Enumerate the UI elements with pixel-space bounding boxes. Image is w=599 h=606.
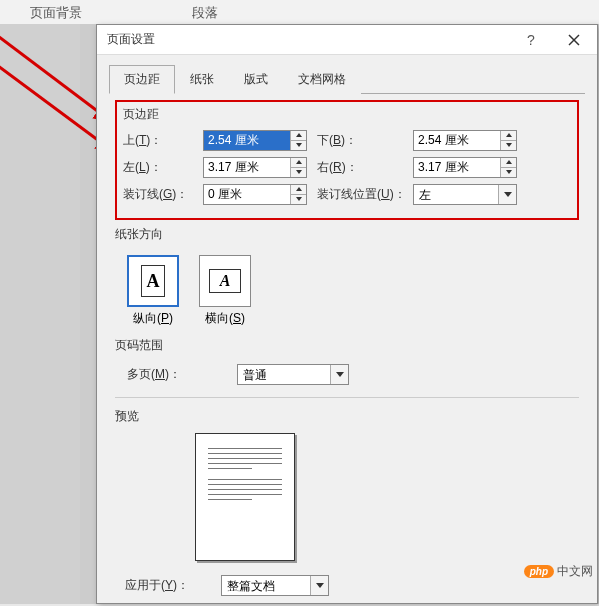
multi-pages-label: 多页(M)：	[127, 366, 237, 383]
page-setup-dialog: 页面设置 ? 页边距 纸张 版式 文档网格 页边距 上(T)： 下(B)：	[96, 24, 598, 604]
bottom-label: 下(B)：	[307, 132, 413, 149]
right-label: 右(R)：	[307, 159, 413, 176]
spin-up-icon[interactable]	[501, 158, 516, 168]
spin-up-icon[interactable]	[291, 185, 306, 195]
tab-margins[interactable]: 页边距	[109, 65, 175, 94]
ruler-area	[0, 24, 80, 604]
spin-down-icon[interactable]	[291, 141, 306, 150]
gutter-label: 装订线(G)：	[123, 186, 203, 203]
spin-up-icon[interactable]	[501, 131, 516, 141]
landscape-label: 横向(S)	[199, 310, 251, 327]
spin-up-icon[interactable]	[291, 131, 306, 141]
gutter-input[interactable]	[204, 185, 290, 204]
pages-range-label: 页码范围	[115, 337, 579, 354]
dialog-title: 页面设置	[107, 31, 511, 48]
titlebar: 页面设置 ?	[97, 25, 597, 55]
apply-to-label: 应用于(Y)：	[125, 577, 221, 594]
ribbon-page-background[interactable]: 页面背景	[0, 0, 142, 24]
portrait-label: 纵向(P)	[127, 310, 179, 327]
help-button[interactable]: ?	[511, 32, 551, 48]
right-spinner[interactable]	[413, 157, 517, 178]
tab-paper[interactable]: 纸张	[175, 65, 229, 94]
orientation-label: 纸张方向	[115, 226, 579, 243]
multi-pages-combo[interactable]: 普通	[237, 364, 349, 385]
spin-down-icon[interactable]	[501, 168, 516, 177]
spin-up-icon[interactable]	[291, 158, 306, 168]
divider	[115, 397, 579, 398]
gutter-pos-label: 装订线位置(U)：	[307, 186, 413, 203]
spin-down-icon[interactable]	[501, 141, 516, 150]
preview-thumbnail	[195, 433, 295, 561]
tab-strip: 页边距 纸张 版式 文档网格	[109, 65, 585, 94]
close-icon	[568, 34, 580, 46]
top-input[interactable]	[204, 131, 290, 150]
gutter-pos-combo[interactable]: 左	[413, 184, 517, 205]
left-label: 左(L)：	[123, 159, 203, 176]
watermark: php 中文网	[524, 563, 593, 580]
spin-down-icon[interactable]	[291, 195, 306, 204]
landscape-icon: A	[209, 269, 241, 293]
orientation-landscape[interactable]: A 横向(S)	[199, 255, 251, 327]
top-label: 上(T)：	[123, 132, 203, 149]
ribbon-paragraph[interactable]: 段落	[142, 0, 268, 24]
orientation-portrait[interactable]: A 纵向(P)	[127, 255, 179, 327]
apply-to-combo[interactable]: 整篇文档	[221, 575, 329, 596]
bottom-input[interactable]	[414, 131, 500, 150]
bottom-spinner[interactable]	[413, 130, 517, 151]
top-spinner[interactable]	[203, 130, 307, 151]
gutter-pos-value: 左	[414, 185, 498, 204]
spin-down-icon[interactable]	[291, 168, 306, 177]
chevron-down-icon[interactable]	[498, 185, 516, 204]
multi-pages-value: 普通	[238, 365, 330, 384]
margins-label: 页边距	[123, 106, 571, 123]
left-input[interactable]	[204, 158, 290, 177]
chevron-down-icon[interactable]	[310, 576, 328, 595]
apply-to-value: 整篇文档	[222, 576, 310, 595]
left-spinner[interactable]	[203, 157, 307, 178]
tab-grid[interactable]: 文档网格	[283, 65, 361, 94]
watermark-badge: php	[524, 565, 554, 578]
tab-layout[interactable]: 版式	[229, 65, 283, 94]
preview-label: 预览	[115, 408, 579, 425]
margins-group: 页边距 上(T)： 下(B)： 左(L)：	[115, 100, 579, 220]
chevron-down-icon[interactable]	[330, 365, 348, 384]
gutter-spinner[interactable]	[203, 184, 307, 205]
watermark-text: 中文网	[557, 563, 593, 580]
close-button[interactable]	[551, 25, 597, 55]
right-input[interactable]	[414, 158, 500, 177]
portrait-icon: A	[141, 265, 165, 297]
